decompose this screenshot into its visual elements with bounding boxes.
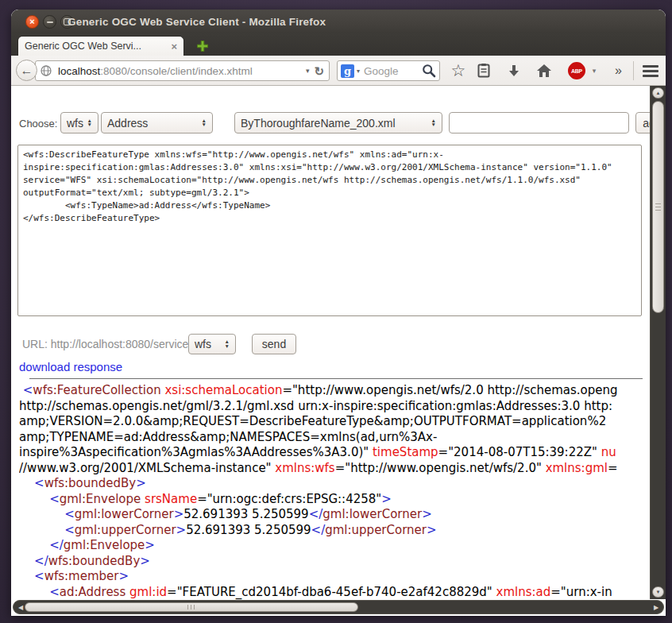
feature-type-select[interactable]: Address ▲▼: [101, 112, 213, 134]
tab-bar: Generic OGC Web Servi... ×: [11, 33, 666, 56]
scroll-down-arrow-icon[interactable]: ▼: [652, 586, 664, 598]
xml-line: inspire%3Aspecification%3Agmlas%3AAddres…: [19, 445, 650, 461]
adblock-dropdown-icon[interactable]: ▾: [589, 62, 599, 79]
search-bar[interactable]: g ▾: [337, 60, 440, 81]
hamburger-menu-icon[interactable]: [639, 62, 662, 79]
xml-line: <ad:Address gml:id="FEATURE_cd2014bf-dba…: [19, 585, 650, 601]
spinner-icon: ▲▼: [202, 119, 207, 127]
custom-request-input[interactable]: [449, 112, 629, 134]
send-button[interactable]: send: [252, 334, 296, 354]
reload-icon[interactable]: ↻: [314, 65, 324, 77]
desktop-background: × Generic OGC Web Service Client - Mozil…: [0, 0, 672, 623]
spinner-icon: ▲▼: [431, 119, 436, 127]
xml-line: //www.w3.org/2001/XMLSchema-instance" xm…: [19, 461, 650, 477]
tab-title: Generic OGC Web Servi...: [25, 41, 166, 52]
xml-line: http://schemas.opengis.net/gml/3.2.1/gml…: [19, 399, 650, 415]
divider: [29, 378, 643, 379]
xml-line: </gml:Envelope>: [19, 538, 650, 554]
page-content: Choose: wfs ▲▼ Address ▲▼ ByThoroughfare…: [11, 86, 666, 616]
search-input[interactable]: [362, 64, 422, 78]
url-host: localhost: [58, 65, 100, 77]
scroll-right-arrow-icon[interactable]: ▶: [651, 602, 661, 612]
xml-line: </wfs:boundedBy>: [19, 554, 650, 570]
url-bar[interactable]: localhost :8080/console/client/index.xht…: [35, 60, 330, 81]
search-icon[interactable]: [422, 64, 436, 78]
bookmarks-menu-icon[interactable]: [474, 62, 493, 79]
xml-line: amp;TYPENAME=ad:Address&amp;NAMESPACES=x…: [19, 430, 650, 446]
spinner-icon: ▲▼: [87, 119, 92, 127]
response-xml: <wfs:FeatureCollection xsi:schemaLocatio…: [19, 383, 650, 616]
xml-line: <wfs:member>: [19, 569, 650, 585]
navigation-toolbar: ← localhost :8080/console/client/index.x…: [11, 56, 666, 86]
tab-generic-ogc[interactable]: Generic OGC Web Servi... ×: [17, 36, 184, 56]
minimize-icon: [47, 21, 53, 23]
spinner-icon: ▲▼: [225, 340, 230, 348]
tab-close-icon[interactable]: ×: [171, 41, 177, 52]
vertical-scrollbar[interactable]: ▲ ▼: [650, 86, 666, 599]
adblock-plus-icon[interactable]: ABP: [568, 62, 585, 79]
downloads-icon[interactable]: [504, 62, 523, 79]
window-title: Generic OGC Web Service Client - Mozilla…: [68, 10, 326, 33]
xml-line: amp;VERSION=2.0.0&amp;REQUEST=DescribeFe…: [19, 414, 650, 430]
new-tab-button[interactable]: [194, 39, 211, 53]
home-icon[interactable]: [535, 62, 554, 79]
search-engine-dropdown-icon[interactable]: ▾: [357, 68, 360, 75]
close-icon: ×: [29, 17, 34, 26]
window-close-button[interactable]: ×: [25, 15, 39, 29]
url-dropdown-icon[interactable]: ▾: [306, 67, 310, 75]
scroll-up-arrow-icon[interactable]: ▲: [652, 87, 664, 99]
choose-label: Choose:: [19, 118, 57, 130]
xml-line: <gml:lowerCorner>52.691393 5.250599</gml…: [19, 507, 650, 523]
overflow-chevron-icon[interactable]: »: [608, 62, 628, 79]
service-select[interactable]: wfs ▲▼: [60, 112, 98, 134]
horizontal-scrollbar[interactable]: ◀ ▶: [13, 600, 664, 614]
xml-line: <gml:upperCorner>52.691393 5.250599</gml…: [19, 523, 650, 539]
google-favicon: g: [341, 64, 354, 78]
xml-line: <wfs:FeatureCollection xsi:schemaLocatio…: [19, 383, 650, 399]
xml-line: <gml:Envelope srsName="urn:ogc:def:crs:E…: [19, 492, 650, 508]
request-xml-textarea[interactable]: <wfs:DescribeFeatureType xmlns:wfs="http…: [17, 145, 642, 316]
send-service-select[interactable]: wfs ▲▼: [188, 334, 236, 354]
plus-icon: [196, 40, 209, 52]
window-minimize-button[interactable]: [43, 15, 56, 29]
back-arrow-icon: ←: [21, 64, 33, 78]
back-button[interactable]: ←: [16, 60, 37, 81]
globe-icon: [40, 64, 52, 77]
download-response-link[interactable]: download response: [19, 360, 122, 373]
toolbar-separator: [633, 61, 634, 80]
example-file-select[interactable]: ByThoroughfareName_200.xml ▲▼: [234, 112, 442, 134]
bookmark-star-icon[interactable]: ☆: [449, 62, 468, 79]
firefox-window: × Generic OGC Web Service Client - Mozil…: [11, 10, 666, 616]
xml-line: <wfs:boundedBy>: [19, 476, 650, 492]
horizontal-scrollbar-thumb[interactable]: [25, 602, 358, 612]
vertical-scrollbar-thumb[interactable]: [652, 101, 664, 313]
clipboard-icon: [477, 63, 491, 79]
service-url-label: URL: http://localhost:8080/services/: [22, 338, 197, 350]
window-titlebar[interactable]: × Generic OGC Web Service Client - Mozil…: [11, 10, 666, 33]
url-path: :8080/console/client/index.xhtml: [100, 65, 301, 77]
